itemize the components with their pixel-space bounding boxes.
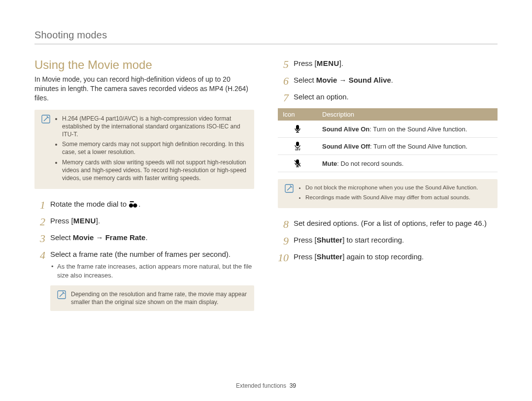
step-10: 10 Press [Shutter] again to stop recordi…: [278, 251, 498, 263]
step-text: Select a frame rate (the number of frame…: [50, 249, 254, 280]
step-1: 1 Rotate the mode dial to .: [34, 199, 254, 211]
mic-on-icon: [278, 121, 317, 138]
text: ].: [339, 59, 343, 67]
option-label: Mute: [322, 160, 337, 167]
text: Select a frame rate (the number of frame…: [50, 250, 231, 258]
note-icon: [57, 290, 66, 299]
step-5: 5 Press [MENU].: [278, 58, 498, 70]
step-3: 3 Select Movie → Frame Rate.: [34, 232, 254, 244]
note-box-1: H.264 (MPEG-4 part10/AVC) is a high-comp…: [34, 110, 254, 189]
step-4: 4 Select a frame rate (the number of fra…: [34, 249, 254, 280]
shutter-key: Shutter: [317, 252, 343, 261]
footer-section: Extended functions: [236, 382, 286, 389]
step-number: 8: [278, 218, 289, 230]
table-cell-desc: Sound Alive On: Turn on the Sound Alive …: [317, 121, 498, 138]
right-column: 5 Press [MENU]. 6 Select Movie → Sound A…: [278, 58, 498, 321]
step-number: 4: [34, 249, 45, 261]
movie-mode-icon: [129, 201, 138, 208]
step-7: 7 Select an option.: [278, 92, 498, 103]
shutter-key: Shutter: [317, 236, 343, 244]
option-desc: : Do not record sounds.: [337, 160, 403, 167]
note-item: Do not block the microphone when you use…: [305, 184, 478, 192]
step-text: Select an option.: [294, 92, 498, 102]
intro-paragraph: In Movie mode, you can record high-defin…: [34, 75, 254, 103]
step-number: 5: [278, 58, 289, 70]
text: Press [: [294, 59, 317, 67]
note-list-3: Do not block the microphone when you use…: [299, 184, 478, 203]
page-footer: Extended functions 39: [0, 382, 532, 389]
table-cell-desc: Mute: Do not record sounds.: [317, 155, 498, 172]
note-icon: [285, 184, 294, 193]
step-subnote: As the frame rate increases, action appe…: [50, 262, 254, 280]
steps-right-a: 5 Press [MENU]. 6 Select Movie → Sound A…: [278, 58, 498, 103]
text: Press [: [294, 236, 317, 244]
step-8: 8 Set desired options. (For a list of op…: [278, 218, 498, 230]
note-item: Recordings made with Sound Alive may dif…: [305, 194, 478, 202]
step-number: 3: [34, 232, 45, 244]
step-text: Press [Shutter] again to stop recording.: [294, 251, 498, 262]
table-row: Sound Alive On: Turn on the Sound Alive …: [278, 121, 498, 138]
table-header-icon: Icon: [278, 108, 317, 121]
option-desc: : Turn off the Sound Alive function.: [370, 143, 467, 150]
note-item: H.264 (MPEG-4 part10/AVC) is a high-comp…: [62, 115, 247, 139]
step-text: Set desired options. (For a list of opti…: [294, 218, 498, 228]
step-number: 2: [34, 216, 45, 227]
text: Rotate the mode dial to: [50, 200, 129, 208]
table-row: OFF Sound Alive Off: Turn off the Sound …: [278, 138, 498, 155]
text: ] to start recording.: [342, 236, 404, 244]
note-icon: [41, 115, 50, 123]
step-number: 1: [34, 199, 45, 211]
steps-right-b: 8 Set desired options. (For a list of op…: [278, 218, 498, 263]
manual-page: Shooting modes Using the Movie mode In M…: [0, 0, 532, 401]
option-desc: : Turn on the Sound Alive function.: [369, 125, 467, 133]
note-text: Depending on the resolution and frame ra…: [71, 290, 247, 306]
note-box-3: Do not block the microphone when you use…: [278, 179, 498, 208]
mic-mute-icon: [278, 155, 317, 172]
steps-left: 1 Rotate the mode dial to . 2 Press [MEN…: [34, 199, 254, 280]
step-number: 7: [278, 92, 289, 103]
svg-rect-8: [296, 142, 299, 146]
text: .: [391, 76, 393, 84]
svg-text:OFF: OFF: [295, 148, 301, 151]
step-text: Select Movie → Sound Alive.: [294, 75, 498, 85]
step-number: 10: [278, 251, 289, 263]
step-text: Select Movie → Frame Rate.: [50, 232, 254, 243]
step-text: Press [MENU].: [294, 58, 498, 68]
note-item: Memory cards with slow writing speeds wi…: [62, 158, 247, 183]
note-item: Some memory cards may not support high d…: [62, 140, 247, 156]
svg-rect-5: [296, 125, 299, 130]
step-text: Press [MENU].: [50, 216, 254, 226]
option-label: Sound Alive On: [322, 125, 369, 133]
svg-point-3: [133, 204, 137, 208]
table-header-desc: Description: [317, 108, 498, 121]
mic-off-icon: OFF: [278, 138, 317, 155]
step-9: 9 Press [Shutter] to start recording.: [278, 235, 498, 247]
table-cell-desc: Sound Alive Off: Turn off the Sound Aliv…: [317, 138, 498, 155]
step-6: 6 Select Movie → Sound Alive.: [278, 75, 498, 87]
text: .: [145, 233, 147, 242]
text: ] again to stop recording.: [342, 252, 424, 261]
content-columns: Using the Movie mode In Movie mode, you …: [34, 58, 498, 321]
step-text: Rotate the mode dial to .: [50, 199, 254, 209]
page-number: 39: [290, 382, 296, 389]
step-2: 2 Press [MENU].: [34, 216, 254, 227]
table-row: Mute: Do not record sounds.: [278, 155, 498, 172]
note-list-1: H.264 (MPEG-4 part10/AVC) is a high-comp…: [55, 115, 247, 185]
step-number: 6: [278, 75, 289, 87]
svg-point-2: [129, 204, 133, 208]
text: .: [138, 200, 140, 208]
page-title: Using the Movie mode: [34, 58, 254, 72]
note-box-2: Depending on the resolution and frame ra…: [50, 285, 254, 311]
step-text: Press [Shutter] to start recording.: [294, 235, 498, 245]
text: Press [: [50, 216, 73, 225]
text: Press [: [294, 252, 317, 261]
text: Select: [50, 233, 73, 242]
option-label: Sound Alive Off: [322, 143, 370, 150]
bold-path: Movie → Sound Alive: [316, 76, 391, 84]
menu-key: MENU: [73, 216, 96, 225]
options-table: Icon Description Sound Alive On: Turn on…: [278, 108, 498, 172]
left-column: Using the Movie mode In Movie mode, you …: [34, 58, 254, 321]
text: ].: [96, 216, 100, 225]
section-header: Shooting modes: [34, 30, 498, 44]
bold-path: Movie → Frame Rate: [73, 233, 146, 242]
